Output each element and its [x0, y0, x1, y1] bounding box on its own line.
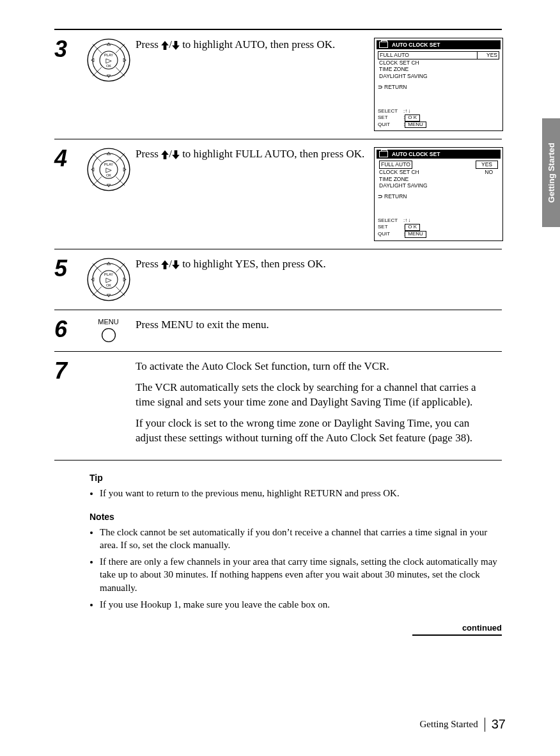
continued-label: continued: [412, 622, 502, 636]
down-arrow-icon: [172, 258, 180, 272]
menu-button-icon: [100, 327, 117, 343]
dpad-icon: PLAY OK: [86, 38, 131, 83]
tip-heading: Tip: [89, 472, 502, 484]
step-number: 6: [54, 318, 81, 341]
svg-line-21: [92, 264, 101, 272]
step-number: 5: [54, 257, 81, 280]
step-6: 6 MENU Press MENU to exit the menu.: [54, 310, 502, 351]
svg-text:PLAY: PLAY: [104, 163, 113, 167]
note-item: The clock cannot be set automatically if…: [100, 526, 502, 552]
up-arrow-icon: [161, 148, 169, 162]
svg-line-24: [116, 287, 125, 295]
step-number: 4: [54, 147, 81, 170]
step-number: 3: [54, 38, 81, 61]
down-arrow-icon: [172, 148, 180, 162]
step-text: Press / to highlight YES, then press OK.: [136, 257, 495, 279]
svg-line-6: [116, 67, 125, 76]
step-text: Press MENU to exit the menu.: [136, 318, 495, 339]
tip-item: If you want to return to the previous me…: [100, 487, 502, 500]
svg-text:OK: OK: [105, 64, 111, 68]
side-tab-label: Getting Started: [547, 143, 556, 203]
svg-text:OK: OK: [105, 283, 111, 287]
page-number: 37: [492, 717, 506, 732]
notes-heading: Notes: [89, 511, 502, 523]
down-arrow-icon: [172, 38, 180, 53]
step-text: To activate the Auto Clock Set function,…: [136, 359, 495, 452]
svg-line-14: [92, 177, 101, 186]
step-text: Press / to highlight AUTO, then press OK…: [136, 38, 368, 59]
svg-line-5: [92, 67, 101, 76]
step-text: Press / to highlight FULL AUTO, then pre…: [136, 147, 368, 169]
svg-line-15: [116, 177, 125, 186]
note-item: If you use Hookup 1, make sure you leave…: [100, 598, 502, 611]
step-4: 4 PLAYOK Press / to highlight FULL AUTO,…: [54, 139, 502, 248]
svg-text:PLAY: PLAY: [104, 272, 113, 276]
vcr-icon: [379, 151, 388, 157]
step-7: 7 To activate the Auto Clock Set functio…: [54, 352, 502, 460]
step-3: 3 PLAY OK Press / to highlight AUTO, the…: [54, 30, 502, 139]
svg-line-12: [92, 154, 101, 162]
svg-line-3: [92, 44, 101, 53]
side-tab: Getting Started: [542, 118, 560, 227]
osd-screen-3: AUTO CLOCK SET FULL AUTOYES CLOCK SET CH…: [374, 38, 503, 131]
dpad-icon: PLAYOK: [86, 147, 131, 192]
step-5: 5 PLAYOK Press / to highlight YES, then …: [54, 249, 502, 310]
menu-label: MENU: [98, 318, 118, 326]
note-item: If there are only a few channels in your…: [100, 555, 502, 594]
svg-line-4: [116, 44, 125, 53]
svg-text:OK: OK: [105, 174, 111, 178]
svg-line-13: [116, 154, 125, 162]
svg-text:PLAY: PLAY: [104, 53, 113, 57]
tip-notes-section: Tip If you want to return to the previou…: [89, 472, 502, 636]
up-arrow-icon: [161, 258, 169, 272]
footer-section: Getting Started: [420, 719, 478, 730]
svg-line-23: [92, 287, 101, 295]
osd-screen-4: AUTO CLOCK SET FULL AUTOYES CLOCK SET CH…: [374, 147, 503, 240]
svg-point-27: [102, 329, 115, 342]
step-number: 7: [54, 359, 81, 382]
svg-line-22: [116, 264, 125, 272]
dpad-icon: PLAYOK: [86, 257, 131, 302]
up-arrow-icon: [161, 38, 169, 53]
page-footer: Getting Started 37: [420, 717, 506, 732]
vcr-icon: [379, 42, 388, 48]
